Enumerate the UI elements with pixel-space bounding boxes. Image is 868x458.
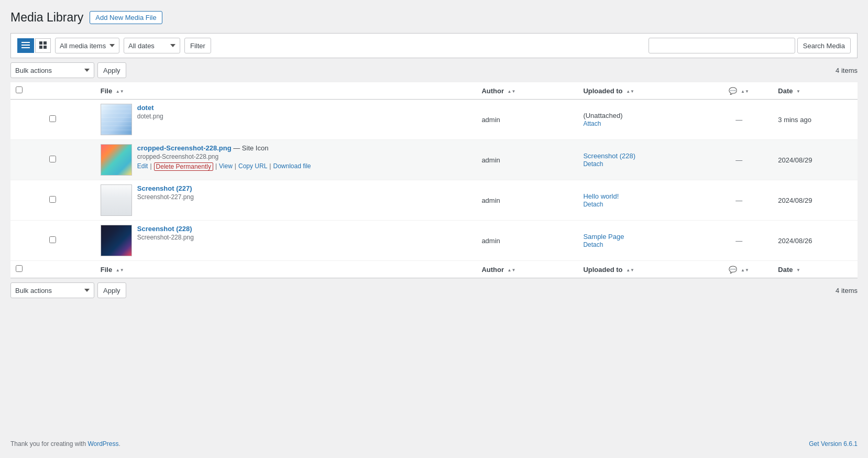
bulk-actions-top-select[interactable]: Bulk actions Delete Permanently <box>10 62 94 78</box>
table-row: Screenshot (228) Screenshot-228.png admi… <box>10 221 858 261</box>
wordpress-link[interactable]: WordPress <box>87 440 118 448</box>
comments-col-footer[interactable]: 💬 ▲▼ <box>705 261 773 278</box>
file-col-header[interactable]: File ▲▼ <box>95 82 477 100</box>
comment-bubble-icon: 💬 <box>729 87 737 95</box>
comments-dash: — <box>735 197 742 204</box>
list-icon <box>21 42 30 48</box>
grid-view-button[interactable] <box>35 38 51 53</box>
date-sort-icon-bottom: ▼ <box>796 268 800 272</box>
filter-button[interactable]: Filter <box>184 38 211 53</box>
page-header: Media Library Add New Media File <box>10 10 858 25</box>
items-count-top: 4 items <box>836 67 858 74</box>
media-type-filter[interactable]: All media items Images Audio Video Docum… <box>55 38 119 53</box>
file-title-link[interactable]: dotet <box>137 104 163 112</box>
uploaded-to-cell: Screenshot (228) Detach <box>578 140 705 180</box>
select-all-checkbox-bottom[interactable] <box>16 265 23 272</box>
select-all-checkbox[interactable] <box>16 86 23 93</box>
items-count-bottom: 4 items <box>836 287 858 295</box>
author-cell: admin <box>476 180 578 221</box>
date-col-footer[interactable]: Date ▼ <box>773 261 858 278</box>
filename: cropped-Screenshot-228.png <box>137 153 311 160</box>
thumbnail <box>101 184 132 216</box>
file-title-link[interactable]: Screenshot (228) <box>137 225 194 233</box>
author-col-footer[interactable]: Author ▲▼ <box>476 261 578 278</box>
row-actions: Edit | Delete Permanently | View | Copy … <box>137 162 311 171</box>
uploaded-to-cell: Hello world! Detach <box>578 180 705 221</box>
attach-link[interactable]: Attach <box>583 120 601 127</box>
date-cell: 3 mins ago <box>773 100 858 140</box>
file-sort-icon: ▲▼ <box>116 89 124 94</box>
row-checkbox[interactable] <box>49 196 56 203</box>
apply-bottom-button[interactable]: Apply <box>97 282 126 298</box>
author-cell: admin <box>476 140 578 180</box>
date-filter[interactable]: All dates August 2024 <box>124 38 180 53</box>
page-wrapper: Media Library Add New Media File <box>0 0 868 458</box>
svg-rect-3 <box>39 41 42 45</box>
search-section: Search Media <box>649 38 851 53</box>
filename: Screenshot-228.png <box>137 234 194 241</box>
uploaded-col-footer[interactable]: Uploaded to ▲▼ <box>578 261 705 278</box>
separator: | <box>150 162 151 171</box>
detach-link[interactable]: Detach <box>583 160 603 168</box>
search-media-button[interactable]: Search Media <box>797 38 851 53</box>
author-sort-icon-bottom: ▲▼ <box>508 268 516 272</box>
uploaded-to-link[interactable]: Hello world! <box>583 192 619 200</box>
bulk-actions-top: Bulk actions Delete Permanently Apply 4 … <box>10 58 858 82</box>
file-cell: Screenshot (228) Screenshot-228.png <box>95 221 477 261</box>
download-file-link[interactable]: Download file <box>273 162 311 171</box>
comment-bubble-icon-bottom: 💬 <box>729 266 737 274</box>
comments-sort-icon: ▲▼ <box>741 89 749 94</box>
file-title-link[interactable]: Screenshot (227) <box>137 184 194 192</box>
separator: | <box>235 162 236 171</box>
thumbnail <box>101 104 132 135</box>
row-checkbox[interactable] <box>49 115 56 122</box>
comments-cell: — <box>705 221 773 261</box>
get-version-link[interactable]: Get Version 6.6.1 <box>809 440 858 448</box>
copy-url-link[interactable]: Copy URL <box>238 162 267 171</box>
file-cell: cropped-Screenshot-228.png — Site Icon c… <box>95 140 477 180</box>
detach-link[interactable]: Detach <box>583 241 603 248</box>
detach-link[interactable]: Detach <box>583 201 603 208</box>
comments-col-header[interactable]: 💬 ▲▼ <box>705 82 773 100</box>
date-cell: 2024/08/26 <box>773 221 858 261</box>
comments-cell: — <box>705 140 773 180</box>
file-info: Screenshot (227) Screenshot-227.png <box>137 184 194 201</box>
separator: | <box>215 162 217 171</box>
date-col-header[interactable]: Date ▼ <box>773 82 858 100</box>
comments-cell: — <box>705 100 773 140</box>
bulk-actions-bottom: Bulk actions Delete Permanently Apply 4 … <box>10 278 858 302</box>
file-info: dotet dotet.png <box>137 104 163 120</box>
view-link[interactable]: View <box>219 162 233 171</box>
list-view-button[interactable] <box>17 38 34 53</box>
svg-rect-2 <box>21 47 30 48</box>
view-toggle <box>17 38 51 53</box>
svg-rect-5 <box>39 46 42 49</box>
delete-permanently-link[interactable]: Delete Permanently <box>154 162 213 171</box>
uploaded-to-link[interactable]: Screenshot (228) <box>583 152 635 160</box>
comments-dash: — <box>735 237 742 245</box>
file-title-link[interactable]: cropped-Screenshot-228.png <box>137 144 232 152</box>
apply-top-button[interactable]: Apply <box>97 62 126 78</box>
grid-icon <box>39 41 47 49</box>
uploaded-col-header[interactable]: Uploaded to ▲▼ <box>578 82 705 100</box>
svg-rect-0 <box>21 42 30 43</box>
file-info: cropped-Screenshot-228.png — Site Icon c… <box>137 144 311 171</box>
uploaded-sort-icon-bottom: ▲▼ <box>626 268 634 272</box>
comments-cell: — <box>705 180 773 221</box>
row-checkbox[interactable] <box>49 236 56 243</box>
search-input[interactable] <box>649 38 795 53</box>
row-checkbox[interactable] <box>49 156 56 162</box>
date-cell: 2024/08/29 <box>773 140 858 180</box>
table-row: cropped-Screenshot-228.png — Site Icon c… <box>10 140 858 180</box>
table-row: dotet dotet.png admin (Unattached) Attac… <box>10 100 858 140</box>
svg-rect-6 <box>43 46 47 49</box>
file-sort-icon-bottom: ▲▼ <box>116 268 124 272</box>
separator: | <box>269 162 271 171</box>
file-col-footer[interactable]: File ▲▼ <box>95 261 477 278</box>
bulk-actions-bottom-select[interactable]: Bulk actions Delete Permanently <box>10 282 94 298</box>
uploaded-to-link[interactable]: Sample Page <box>583 233 624 241</box>
file-title-suffix: — Site Icon <box>233 144 268 152</box>
edit-link[interactable]: Edit <box>137 162 148 171</box>
author-col-header[interactable]: Author ▲▼ <box>476 82 578 100</box>
add-new-media-button[interactable]: Add New Media File <box>90 11 162 24</box>
